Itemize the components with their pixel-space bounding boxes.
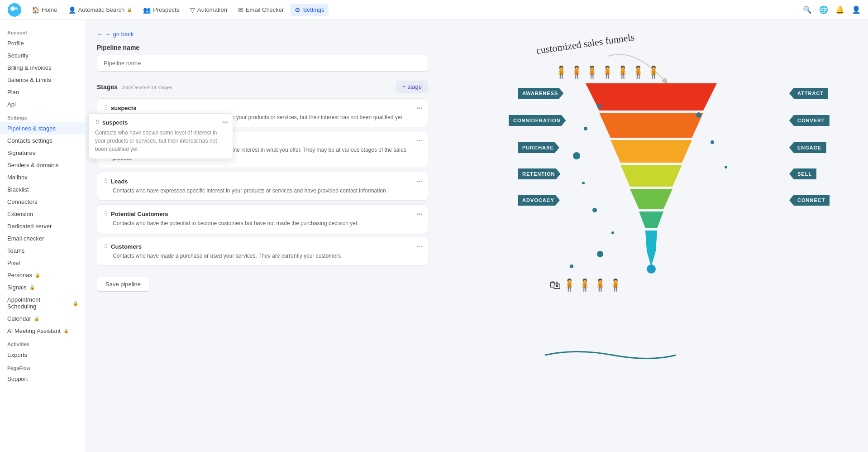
drag-handle-icon[interactable]: ⠿ — [104, 210, 108, 217]
stages-list: ⠿ suspects ⠿ suspects Contacts who have … — [97, 98, 428, 266]
sidebar-item-pixel[interactable]: Pixel — [0, 257, 86, 269]
stage-description: Contacts who have made a purchase or use… — [104, 252, 421, 260]
stage-menu-button[interactable]: ··· — [416, 137, 422, 145]
section-account-title: Account — [0, 25, 86, 37]
drag-handle-icon[interactable]: ⠿ — [104, 178, 108, 185]
settings-icon: ⚙ — [295, 6, 300, 14]
pipeline-name-input[interactable] — [97, 55, 428, 72]
stage-menu-button[interactable]: ··· — [416, 210, 422, 218]
svg-marker-6 — [620, 165, 682, 187]
drag-handle-icon[interactable]: ⠿ — [104, 104, 108, 111]
main-content: ← ← go back Pipeline name Stages Add/Del… — [86, 20, 868, 452]
globe-icon[interactable]: 🌐 — [819, 5, 828, 14]
pipeline-name-label: Pipeline name — [97, 44, 428, 51]
sidebar-item-balance[interactable]: Balance & Limits — [0, 74, 86, 86]
home-icon: 🏠 — [32, 6, 39, 14]
svg-point-12 — [597, 104, 601, 108]
stage-card: ⠿ Potential Customers Contacts who have … — [97, 204, 428, 233]
stage-menu-button[interactable]: ··· — [416, 178, 422, 186]
sidebar-item-api[interactable]: Api — [0, 98, 86, 111]
sidebar-item-security[interactable]: Security — [0, 49, 86, 62]
funnel-container: customized sales funnels — [527, 43, 780, 369]
nav-email-checker[interactable]: ✉ Email Checker — [234, 4, 289, 16]
sidebar-item-pipelines[interactable]: Pipelines & stages — [0, 122, 86, 135]
stages-sub: Add/Delete/sort stages — [122, 85, 172, 90]
sidebar-item-mailbox[interactable]: Mailbox — [0, 171, 86, 183]
search-nav-icon[interactable]: 🔍 — [803, 5, 812, 14]
nav-right-icons: 🔍 🌐 🔔 👤 — [803, 5, 861, 14]
svg-marker-8 — [639, 212, 663, 228]
people-bottom: 🛍🧍🧍🧍🧍 — [549, 278, 624, 292]
stage-menu-button[interactable]: ··· — [416, 104, 422, 112]
stage-description: Contacts who have the potential to becom… — [104, 219, 421, 227]
cal-lock-icon: 🔒 — [34, 316, 39, 321]
people-top: 🧍🧍🧍🧍🧍🧍🧍 — [554, 65, 662, 79]
sidebar-item-ai-meeting[interactable]: AI Meeting Assistant 🔒 — [0, 325, 86, 337]
nav-automation[interactable]: ▽ Automation — [186, 4, 232, 16]
sidebar-item-teams[interactable]: Teams — [0, 245, 86, 257]
nav-home[interactable]: 🏠 Home — [27, 4, 62, 16]
stage-menu-button[interactable]: ··· — [416, 243, 422, 251]
stage-name: suspects — [111, 105, 136, 111]
sidebar-item-appointment[interactable]: Appointment Scheduling 🔒 — [0, 293, 86, 313]
sidebar-item-personas[interactable]: Personas 🔒 — [0, 269, 86, 281]
go-back-link[interactable]: ← ← go back — [97, 31, 428, 38]
sidebar-item-signals[interactable]: Signals 🔒 — [0, 281, 86, 293]
sidebar-item-blacklist[interactable]: Blacklist — [0, 183, 86, 196]
stage-card-header: ⠿ Customers — [104, 243, 421, 250]
svg-point-16 — [592, 208, 597, 212]
nav-prospects[interactable]: 👥 Prospects — [138, 4, 184, 16]
svg-marker-3 — [586, 83, 717, 111]
nav-automatic-search[interactable]: 👤 Automatic Search 🔒 — [64, 4, 137, 16]
tooltip-drag-icon: ⠿ — [95, 119, 100, 126]
pipeline-form-area: ← ← go back Pipeline name Stages Add/Del… — [86, 20, 439, 452]
svg-marker-4 — [599, 113, 703, 138]
sidebar-item-connectors[interactable]: Connectors — [0, 196, 86, 208]
svg-point-15 — [582, 182, 585, 184]
nav-settings[interactable]: ⚙ Settings — [290, 4, 329, 16]
top-nav: 🏠 Home 👤 Automatic Search 🔒 👥 Prospects … — [0, 0, 868, 20]
sidebar-item-contacts-settings[interactable]: Contacts settings — [0, 135, 86, 147]
sidebar-item-extension[interactable]: Extension — [0, 208, 86, 220]
sidebar-item-profile[interactable]: Profile — [0, 37, 86, 49]
sidebar-section-support: Support — [0, 373, 86, 385]
sidebar-item-support[interactable]: Support — [0, 373, 86, 385]
tooltip-menu-button[interactable]: ··· — [222, 118, 228, 126]
stage-description: Contacts who have expressed specific int… — [104, 187, 421, 195]
svg-marker-7 — [630, 189, 672, 209]
stage-card-header: ⠿ Potential Customers — [104, 210, 421, 217]
sidebar-item-plan[interactable]: Plan — [0, 86, 86, 98]
stage-tooltip: ⠿ suspects Contacts who have shown some … — [88, 113, 233, 159]
stage-card-header: ⠿ suspects ⠿ suspects Contacts who have … — [104, 104, 421, 111]
stages-header: Stages Add/Delete/sort stages + stage — [97, 81, 428, 93]
sidebar-item-dedicated-server[interactable]: Dedicated server — [0, 220, 86, 232]
sidebar-item-signatures[interactable]: Signatures — [0, 147, 86, 159]
bottom-wave — [540, 346, 681, 364]
sidebar-item-email-checker[interactable]: Email checker — [0, 232, 86, 245]
sidebar-item-senders[interactable]: Senders & domains — [0, 159, 86, 171]
user-icon[interactable]: 👤 — [852, 5, 861, 14]
section-settings-title: Settings — [0, 111, 86, 122]
drag-handle-icon[interactable]: ⠿ — [104, 243, 108, 250]
save-pipeline-button[interactable]: Save pipeline — [97, 277, 149, 292]
svg-point-19 — [711, 140, 714, 144]
appt-lock-icon: 🔒 — [73, 301, 78, 306]
svg-point-20 — [725, 166, 727, 168]
section-pegaflow-title: PegaFlow — [0, 361, 86, 373]
svg-point-11 — [647, 264, 656, 274]
app-logo[interactable] — [7, 3, 22, 17]
section-activities-title: Activities — [0, 337, 86, 349]
svg-point-17 — [611, 231, 614, 234]
bell-icon[interactable]: 🔔 — [835, 5, 844, 14]
lock-icon: 🔒 — [127, 7, 132, 12]
prospects-icon: 👥 — [143, 6, 151, 14]
svg-point-13 — [584, 127, 587, 130]
sidebar-item-calendar[interactable]: Calendar 🔒 — [0, 313, 86, 325]
sidebar-item-exports[interactable]: Exports — [0, 349, 86, 361]
svg-point-2 — [15, 7, 18, 10]
add-stage-button[interactable]: + stage — [396, 81, 428, 93]
ai-lock-icon: 🔒 — [63, 328, 69, 333]
stage-card: ⠿ Leads Contacts who have expressed spec… — [97, 172, 428, 201]
personas-lock-icon: 🔒 — [35, 273, 40, 278]
sidebar-item-billing[interactable]: Billing & invoices — [0, 62, 86, 74]
